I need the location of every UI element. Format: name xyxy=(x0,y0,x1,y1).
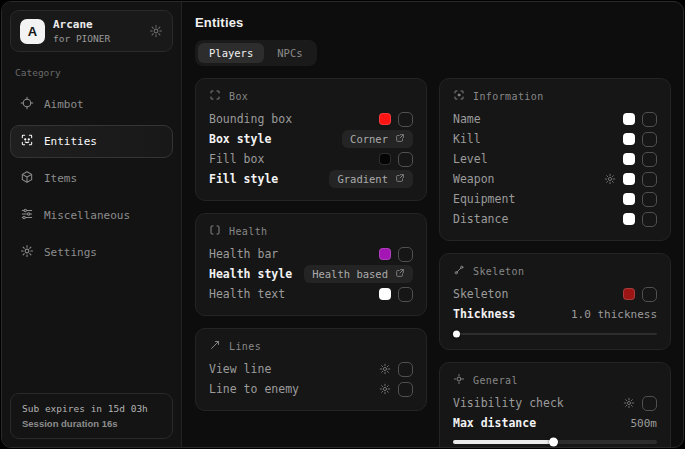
box-style-dropdown[interactable]: Corner xyxy=(342,130,413,148)
panel-title: Box xyxy=(229,91,248,102)
setting-row-fill-box: Fill box xyxy=(209,149,413,169)
color-swatch[interactable] xyxy=(623,213,635,225)
slider-thumb[interactable] xyxy=(549,438,558,447)
tab-npcs[interactable]: NPCs xyxy=(266,43,313,63)
setting-row-level: Level xyxy=(453,149,657,169)
sidebar: A Arcane for PIONER Category Aimbot xyxy=(2,2,182,447)
setting-row-health-bar: Health bar xyxy=(209,244,413,264)
main-content: Entities Players NPCs Box xyxy=(182,2,683,447)
fill-style-dropdown[interactable]: Gradient xyxy=(329,170,413,188)
color-swatch[interactable] xyxy=(623,153,635,165)
color-swatch[interactable] xyxy=(623,133,635,145)
color-swatch[interactable] xyxy=(623,173,635,185)
panels-grid: Box Bounding box Box style Corner xyxy=(195,78,671,447)
info-scan-icon xyxy=(453,89,465,103)
max-distance-value: 500m xyxy=(631,417,658,430)
health-text-checkbox[interactable] xyxy=(398,287,413,302)
panel-title: Lines xyxy=(229,341,261,352)
color-swatch[interactable] xyxy=(623,288,635,300)
health-style-dropdown[interactable]: Health based xyxy=(304,265,413,283)
general-panel: General Visibility check xyxy=(439,362,671,447)
visibility-check-checkbox[interactable] xyxy=(642,396,657,411)
entity-type-tabs: Players NPCs xyxy=(195,40,317,66)
skeleton-checkbox[interactable] xyxy=(642,287,657,302)
level-checkbox[interactable] xyxy=(642,152,657,167)
tab-players[interactable]: Players xyxy=(198,43,264,63)
fill-box-checkbox[interactable] xyxy=(398,152,413,167)
sidebar-item-label: Items xyxy=(44,172,77,185)
sidebar-item-aimbot[interactable]: Aimbot xyxy=(10,88,173,121)
bounding-box-checkbox[interactable] xyxy=(398,112,413,127)
setting-row-max-distance: Max distance 500m xyxy=(453,413,657,433)
sidebar-item-miscellaneous[interactable]: Miscellaneous xyxy=(10,199,173,232)
left-column: Box Bounding box Box style Corner xyxy=(195,78,427,411)
corner-box-icon xyxy=(209,89,221,103)
setting-row-line-to-enemy: Line to enemy xyxy=(209,379,413,399)
health-panel: Health Health bar Health style Health ba… xyxy=(195,213,427,316)
setting-row-skeleton: Skeleton xyxy=(453,284,657,304)
category-label: Category xyxy=(15,67,168,78)
setting-row-name: Name xyxy=(453,109,657,129)
kill-checkbox[interactable] xyxy=(642,132,657,147)
color-swatch[interactable] xyxy=(623,193,635,205)
expand-icon xyxy=(395,268,405,280)
weapon-config-gear-icon[interactable] xyxy=(604,173,616,185)
setting-row-distance: Distance xyxy=(453,209,657,229)
setting-row-weapon: Weapon xyxy=(453,169,657,189)
name-checkbox[interactable] xyxy=(642,112,657,127)
max-distance-slider[interactable] xyxy=(453,440,657,444)
sidebar-item-settings[interactable]: Settings xyxy=(10,236,173,269)
color-swatch[interactable] xyxy=(623,113,635,125)
diagonal-line-icon xyxy=(209,339,221,353)
panel-title: Skeleton xyxy=(473,266,524,277)
setting-row-fill-style: Fill style Gradient xyxy=(209,169,413,189)
health-brackets-icon xyxy=(209,224,221,238)
thickness-value: 1.0 thickness xyxy=(571,308,657,321)
information-panel: Information Name Kill xyxy=(439,78,671,241)
view-line-checkbox[interactable] xyxy=(398,362,413,377)
panel-title: General xyxy=(473,375,518,386)
weapon-checkbox[interactable] xyxy=(642,172,657,187)
health-bar-checkbox[interactable] xyxy=(398,247,413,262)
app-name: Arcane xyxy=(53,18,110,31)
distance-checkbox[interactable] xyxy=(642,212,657,227)
color-swatch[interactable] xyxy=(379,288,391,300)
setting-row-bounding-box: Bounding box xyxy=(209,109,413,129)
sub-expiry-text: Sub expires in 15d 03h xyxy=(22,403,161,414)
expand-icon xyxy=(395,173,405,185)
setting-row-thickness: Thickness 1.0 thickness xyxy=(453,304,657,324)
setting-row-view-line: View line xyxy=(209,359,413,379)
right-column: Information Name Kill xyxy=(439,78,671,447)
setting-row-kill: Kill xyxy=(453,129,657,149)
box-panel: Box Bounding box Box style Corner xyxy=(195,78,427,201)
sidebar-item-label: Aimbot xyxy=(44,98,84,111)
slider-thumb[interactable] xyxy=(453,331,460,338)
expand-icon xyxy=(395,133,405,145)
app-title-block: Arcane for PIONER xyxy=(53,18,110,44)
crosshair-icon xyxy=(20,96,34,113)
line-to-enemy-config-gear-icon[interactable] xyxy=(379,383,391,395)
sidebar-item-items[interactable]: Items xyxy=(10,162,173,195)
color-swatch[interactable] xyxy=(379,248,391,260)
color-swatch[interactable] xyxy=(379,153,391,165)
color-swatch[interactable] xyxy=(379,113,391,125)
gear-icon xyxy=(20,244,34,261)
skeleton-panel: Skeleton Skeleton Thickness 1.0 thicknes… xyxy=(439,253,671,350)
account-settings-icon[interactable] xyxy=(149,24,163,38)
sidebar-item-label: Entities xyxy=(44,135,97,148)
thickness-slider[interactable] xyxy=(453,333,657,335)
panel-title: Information xyxy=(473,91,544,102)
view-line-config-gear-icon[interactable] xyxy=(379,363,391,375)
page-title: Entities xyxy=(195,15,671,30)
visibility-config-gear-icon[interactable] xyxy=(623,397,635,409)
sidebar-item-entities[interactable]: Entities xyxy=(10,125,173,158)
sidebar-item-label: Settings xyxy=(44,246,97,259)
package-icon xyxy=(20,170,34,187)
line-to-enemy-checkbox[interactable] xyxy=(398,382,413,397)
bone-icon xyxy=(453,264,465,278)
setting-row-visibility-check: Visibility check xyxy=(453,393,657,413)
equipment-checkbox[interactable] xyxy=(642,192,657,207)
app-subtitle: for PIONER xyxy=(53,33,110,44)
setting-row-equipment: Equipment xyxy=(453,189,657,209)
setting-row-box-style: Box style Corner xyxy=(209,129,413,149)
